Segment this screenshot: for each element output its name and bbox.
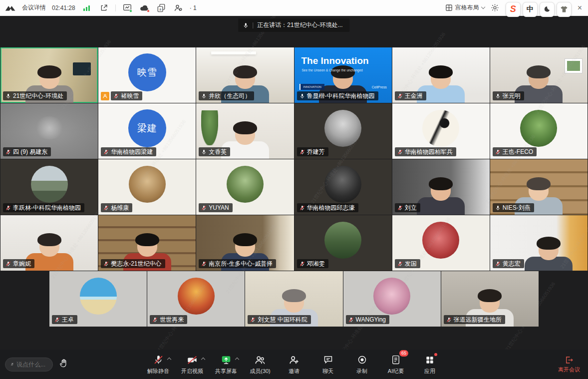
participant-tile-25[interactable]: 王卓 bbox=[49, 271, 147, 327]
participant-tile-11[interactable]: 华南植物园柏军兵 bbox=[392, 103, 490, 159]
toolbar-camera-button[interactable]: 开启视频 bbox=[181, 354, 204, 375]
mic-muted-icon bbox=[103, 149, 109, 155]
participant-tile-18[interactable]: NIES-刘燕 bbox=[490, 159, 588, 215]
toolbar-item-label: 成员(30) bbox=[250, 368, 271, 375]
participant-grid: 21世纪中心-环境处映雪褚映雪井欣（生态司）The InnovationSee … bbox=[0, 47, 588, 327]
participant-tile-19[interactable]: 章婉妮 bbox=[0, 215, 98, 271]
participant-tile-22[interactable]: 邓湘雯 bbox=[294, 215, 392, 271]
chevron-up-icon[interactable] bbox=[235, 357, 239, 361]
nameplate: 鲁显楷-中科院华南植物园 bbox=[297, 91, 378, 100]
toolbar-item-label: 邀请 bbox=[289, 368, 299, 375]
chevron-down-icon bbox=[481, 5, 485, 9]
chevron-up-icon[interactable] bbox=[201, 357, 205, 361]
dark-mode-button[interactable] bbox=[540, 2, 555, 17]
toolbar-chat-button[interactable]: 聊天 bbox=[316, 354, 339, 375]
sogou-input-button[interactable]: S bbox=[506, 2, 521, 17]
participant-tile-15[interactable]: YUYAN bbox=[196, 159, 294, 215]
ime-toolbar: S 中 bbox=[506, 2, 572, 17]
participant-tile-17[interactable]: 刘立 bbox=[392, 159, 490, 215]
participant-tile-13[interactable]: 李跃林-中科院华南植物园 bbox=[0, 159, 98, 215]
status-dot-red bbox=[147, 9, 150, 12]
active-speaker-banner: 正在讲话：21世纪中心-环境处... bbox=[238, 18, 349, 32]
participant-name: 华南植物园柏军兵 bbox=[405, 148, 453, 155]
participant-tile-20[interactable]: 樊志永-21世纪中心 bbox=[98, 215, 196, 271]
participant-tile-12[interactable]: 王也-FECO bbox=[490, 103, 588, 159]
participant-tile-4[interactable]: The InnovationSee the Unseen & Change th… bbox=[294, 47, 392, 103]
participant-tile-23[interactable]: 发国 bbox=[392, 215, 490, 271]
toolbar-item-label: 录制 bbox=[356, 368, 367, 375]
top-bar: 会议详情 02:41:28 a · 1 bbox=[0, 0, 588, 16]
participant-name: YUYAN bbox=[209, 204, 229, 211]
toolbar-center: 解除静音开启视频共享屏幕成员(30)邀请聊天录制65AI纪要应用 bbox=[147, 354, 441, 375]
nameplate: 世世再来 bbox=[150, 315, 187, 324]
docs-icon[interactable] bbox=[122, 2, 133, 13]
shirt-icon bbox=[560, 5, 568, 13]
chevron-up-icon[interactable] bbox=[167, 357, 171, 361]
close-window-button[interactable]: × bbox=[577, 4, 583, 12]
participant-tile-7[interactable]: 四 (9) 易建东 bbox=[0, 103, 98, 159]
host-badge bbox=[101, 92, 109, 100]
toolbar-apps-button[interactable]: 应用 bbox=[418, 354, 441, 375]
participant-tile-3[interactable]: 井欣（生态司） bbox=[196, 47, 294, 103]
cloud-record-icon[interactable] bbox=[139, 2, 150, 13]
speaking-mic-icon bbox=[243, 22, 249, 28]
nameplate: 发国 bbox=[395, 259, 420, 268]
nameplate: 21世纪中心-环境处 bbox=[3, 91, 67, 100]
camera-off-icon bbox=[186, 354, 198, 366]
toolbar-item-label: 开启视频 bbox=[181, 368, 203, 375]
toolbar-ai-notes-button[interactable]: 65AI纪要 bbox=[384, 354, 407, 375]
mic-muted-icon bbox=[54, 317, 60, 323]
mic-muted-icon bbox=[348, 317, 354, 323]
pop-out-icon[interactable] bbox=[98, 2, 109, 13]
participant-tile-8[interactable]: 梁建华南植物园梁建 bbox=[98, 103, 196, 159]
meeting-details-link[interactable]: 会议详情 bbox=[22, 3, 46, 12]
mic-muted-icon bbox=[201, 261, 207, 267]
participant-name: WANGYing bbox=[356, 316, 386, 323]
participant-tile-10[interactable]: 乔建芳 bbox=[294, 103, 392, 159]
avatar-initials: 映雪 bbox=[128, 53, 166, 91]
nameplate: 张道远新疆生地所 bbox=[444, 315, 505, 324]
raise-hand-button[interactable] bbox=[59, 359, 69, 371]
participant-tile-6[interactable]: 张元明 bbox=[490, 47, 588, 103]
mic-muted-icon bbox=[397, 261, 403, 267]
avatar-photo bbox=[373, 278, 410, 315]
participant-tile-24[interactable]: 黄志宏 bbox=[490, 215, 588, 271]
chat-icon bbox=[322, 354, 334, 366]
svg-text:a: a bbox=[159, 7, 161, 11]
participant-tile-1[interactable]: 21世纪中心-环境处 bbox=[0, 47, 98, 103]
toolbar-members-button[interactable]: 成员(30) bbox=[249, 354, 272, 375]
ime-language-button[interactable]: 中 bbox=[523, 2, 538, 17]
participant-tile-26[interactable]: 世世再来 bbox=[147, 271, 245, 327]
participant-name: 张元明 bbox=[503, 92, 521, 99]
captions-icon[interactable]: a bbox=[156, 2, 167, 13]
quick-chat-input[interactable] bbox=[16, 361, 47, 368]
speaking-text: 正在讲话：21世纪中心-环境处... bbox=[257, 21, 342, 29]
participant-tile-9[interactable]: 文香英 bbox=[196, 103, 294, 159]
participant-tile-2[interactable]: 映雪褚映雪 bbox=[98, 47, 196, 103]
avatar-photo bbox=[422, 110, 459, 147]
toolbar-invite-button[interactable]: 邀请 bbox=[283, 354, 305, 375]
toolbar-unmute-button[interactable]: 解除静音 bbox=[147, 354, 170, 375]
leave-meeting-button[interactable]: 离开会议 bbox=[558, 356, 580, 374]
participant-tile-28[interactable]: WANGYing bbox=[343, 271, 441, 327]
network-signal-icon[interactable] bbox=[81, 2, 92, 13]
nameplate: 刘文慧 中国环科院 bbox=[248, 315, 310, 324]
participant-tile-14[interactable]: 杨维康 bbox=[98, 159, 196, 215]
toolbar-share-button[interactable]: 共享屏幕 bbox=[215, 354, 238, 375]
participant-tile-29[interactable]: 张道远新疆生地所 bbox=[441, 271, 539, 327]
participant-tile-16[interactable]: 华南植物园邱志濠 bbox=[294, 159, 392, 215]
quick-chat-input-wrap[interactable] bbox=[5, 358, 53, 372]
participant-tile-21[interactable]: 南京所-生多中心-戚普择 bbox=[196, 215, 294, 271]
audio-member-icon[interactable] bbox=[173, 2, 184, 13]
skin-button[interactable] bbox=[557, 2, 572, 17]
nameplate: 南京所-生多中心-戚普择 bbox=[199, 259, 276, 268]
layout-selector[interactable]: 宫格布局 bbox=[445, 3, 485, 12]
participant-tile-27[interactable]: 刘文慧 中国环科院 bbox=[245, 271, 342, 327]
mic-muted-icon bbox=[103, 261, 109, 267]
settings-gear-icon[interactable] bbox=[490, 2, 501, 13]
person-silhouette bbox=[417, 180, 465, 215]
nameplate: 华南植物园邱志濠 bbox=[297, 203, 358, 212]
participant-tile-5[interactable]: 王金洲 bbox=[392, 47, 490, 103]
toolbar-record-button[interactable]: 录制 bbox=[350, 354, 373, 375]
leave-label: 离开会议 bbox=[558, 366, 580, 374]
